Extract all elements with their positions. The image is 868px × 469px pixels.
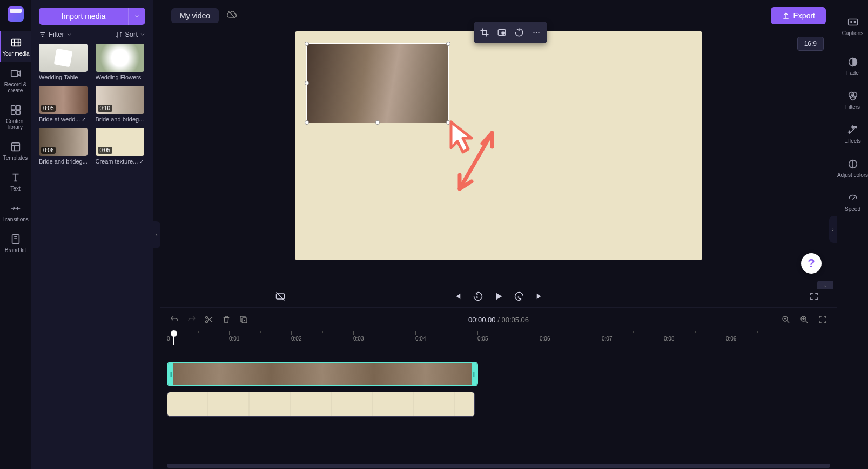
cloud-sync-icon[interactable]: [226, 9, 237, 22]
duration-badge: 0:05: [41, 105, 56, 112]
collapse-media-panel[interactable]: ‹: [153, 221, 160, 248]
svg-point-25: [850, 95, 855, 100]
nav-label: Record & create: [0, 81, 31, 93]
sort-button[interactable]: Sort: [115, 30, 145, 38]
media-item[interactable]: 0:05 Cream texture...✓: [96, 128, 146, 165]
nav-transitions[interactable]: Transitions: [0, 197, 31, 228]
split-button[interactable]: [204, 315, 214, 324]
aspect-ratio-button[interactable]: 16:9: [797, 37, 824, 51]
top-bar: My video Export: [160, 0, 837, 31]
duration-badge: 0:10: [98, 105, 112, 112]
project-title[interactable]: My video: [171, 8, 219, 23]
svg-rect-5: [16, 111, 19, 114]
speed-icon: [847, 192, 859, 204]
chevron-down-icon: [134, 13, 140, 19]
media-item[interactable]: 0:05 Bride at wedd...✓: [39, 86, 89, 123]
record-icon: [10, 67, 22, 79]
rewind-button[interactable]: 5: [472, 290, 485, 303]
media-grid: Wedding Table Wedding Flowers 0:05 Bride…: [39, 44, 145, 165]
filter-label: Filter: [49, 30, 64, 38]
filter-button[interactable]: Filter: [39, 30, 72, 38]
nav-label: Text: [10, 186, 20, 192]
resize-handle-mb[interactable]: [375, 120, 380, 125]
ruler-tick: 0:02: [291, 331, 301, 342]
fade-button[interactable]: Fade: [837, 50, 869, 83]
app-logo[interactable]: [8, 6, 24, 22]
export-button[interactable]: Export: [771, 7, 826, 24]
timeline-ruler[interactable]: 00:010:020:030:040:050:060:070:080:09: [167, 331, 830, 345]
nav-content-library[interactable]: Content library: [0, 99, 31, 135]
sort-label: Sort: [125, 30, 138, 38]
tracks-area[interactable]: 00:010:020:030:040:050:060:070:080:09: [160, 331, 837, 469]
ruler-subtick: [633, 331, 634, 333]
total-duration: 00:05.06: [501, 316, 529, 324]
svg-rect-4: [11, 111, 15, 114]
current-time: 00:00.00: [468, 316, 496, 324]
export-label: Export: [793, 11, 815, 20]
playhead[interactable]: [173, 331, 174, 345]
captions-icon: [847, 16, 859, 28]
adjust-colors-button[interactable]: Adjust colors: [837, 152, 869, 185]
undo-button[interactable]: [169, 315, 180, 324]
media-thumbnail: 0:05: [39, 86, 88, 114]
media-item[interactable]: 0:10 Bride and brideg...: [96, 86, 146, 123]
media-item[interactable]: 0:06 Bride and brideg...: [39, 128, 89, 165]
media-item[interactable]: Wedding Table: [39, 44, 89, 80]
hide-safe-zone-button[interactable]: [274, 290, 287, 303]
nav-your-media[interactable]: Your media: [0, 31, 31, 62]
fullscreen-button[interactable]: [808, 290, 820, 303]
media-panel: Import media Filter Sort Wedding Table: [31, 0, 153, 469]
rotate-button[interactable]: [512, 25, 527, 40]
effects-icon: [847, 124, 859, 136]
delete-button[interactable]: [221, 315, 232, 324]
resize-handle-tr[interactable]: [446, 42, 450, 46]
more-options-button[interactable]: [529, 25, 544, 40]
svg-rect-6: [11, 143, 19, 151]
media-label: Bride and brideg...: [39, 158, 88, 165]
resize-handle-bl[interactable]: [305, 120, 309, 125]
crop-button[interactable]: [477, 25, 492, 40]
media-label: Bride and brideg...: [96, 116, 144, 123]
skip-back-button[interactable]: [451, 290, 464, 303]
ruler-tick: 0:06: [540, 331, 550, 342]
skip-forward-button[interactable]: [533, 290, 546, 303]
speed-button[interactable]: Speed: [837, 186, 869, 219]
timeline-scrollbar[interactable]: [167, 464, 830, 468]
duplicate-button[interactable]: [238, 315, 249, 324]
nav-record-create[interactable]: Record & create: [0, 62, 31, 99]
zoom-in-button[interactable]: [799, 315, 810, 324]
media-item[interactable]: Wedding Flowers: [96, 44, 146, 80]
zoom-fit-button[interactable]: [817, 315, 828, 324]
svg-text:5: 5: [518, 295, 520, 298]
media-thumbnail: 0:05: [96, 128, 144, 156]
selected-clip[interactable]: [306, 43, 449, 123]
redo-button[interactable]: [186, 315, 197, 324]
captions-button[interactable]: Captions: [837, 10, 869, 43]
timeline: 00:00.00 / 00:05.06 00:010:020:030:040:0…: [160, 307, 837, 469]
effects-button[interactable]: Effects: [837, 118, 869, 151]
zoom-out-button[interactable]: [780, 315, 791, 324]
stage-column: My video Export 16:9: [160, 0, 837, 469]
pip-button[interactable]: [494, 25, 509, 40]
resize-handle-br[interactable]: [446, 120, 450, 125]
play-button[interactable]: [492, 290, 505, 303]
filters-button[interactable]: Filters: [837, 84, 869, 117]
forward-button[interactable]: 5: [513, 290, 526, 303]
right-rail-label: Fade: [846, 70, 859, 76]
import-media-dropdown[interactable]: [128, 8, 145, 25]
timeline-clip-background[interactable]: [167, 392, 475, 417]
preview-canvas[interactable]: [295, 31, 702, 260]
resize-handle-ml[interactable]: [305, 81, 309, 85]
canvas-area: 16:9: [160, 31, 837, 286]
nav-text[interactable]: Text: [0, 166, 31, 197]
import-media-button[interactable]: Import media: [39, 8, 128, 25]
timeline-clip-video[interactable]: [167, 362, 478, 386]
nav-templates[interactable]: Templates: [0, 135, 31, 166]
nav-brand-kit[interactable]: Brand kit: [0, 228, 31, 259]
filter-icon: [39, 31, 46, 38]
resize-handle-tl[interactable]: [305, 42, 309, 46]
collapse-right-rail[interactable]: ›: [829, 216, 837, 243]
expand-properties[interactable]: ⌄: [817, 281, 833, 289]
ruler-tick: 0:04: [415, 331, 426, 342]
help-button[interactable]: ?: [801, 253, 822, 274]
